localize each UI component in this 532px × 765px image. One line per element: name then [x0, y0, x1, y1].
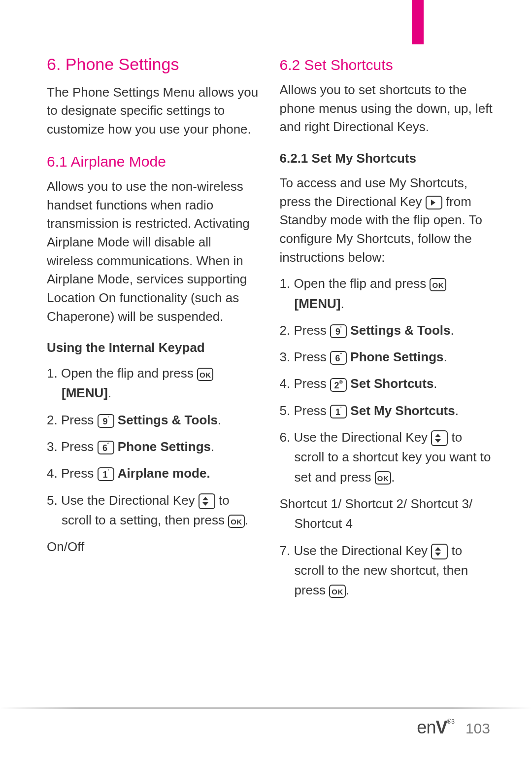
shortcut-step-5: 5. Press 1' Set My Shortcuts. [280, 401, 493, 420]
shortcut-step-2: 2. Press 9' Settings & Tools. [280, 320, 493, 340]
page-footer: enV®3 103 [417, 717, 490, 738]
on-off-options: On/Off [47, 537, 260, 556]
step-text: 4. Press [47, 466, 98, 481]
step-text: 5. Press [280, 403, 331, 418]
svg-marker-6 [435, 553, 441, 556]
phone-settings-label: Phone Settings [118, 439, 211, 454]
menu-label: [MENU] [62, 385, 108, 400]
step-text: . [340, 296, 344, 311]
step-text: . [391, 470, 395, 485]
step-text: . [108, 385, 111, 400]
key-9-icon: 9' [330, 324, 347, 338]
step-text: 3. Press [47, 439, 98, 454]
page-number: 103 [466, 720, 490, 737]
heading-set-shortcuts: 6.2 Set Shortcuts [280, 56, 493, 74]
footer-divider [0, 707, 532, 709]
heading-using-internal-keypad: Using the Internal Keypad [47, 340, 260, 356]
airplane-mode-desc: Allows you to use the non-wireless hands… [47, 177, 260, 326]
step-text: . [455, 403, 459, 418]
step-text: 6. Use the Directional Key [280, 430, 432, 445]
key-6-icon: 6ˆ [98, 441, 114, 454]
heading-phone-settings: 6. Phone Settings [47, 54, 260, 74]
ok-key-icon: OK [329, 585, 346, 598]
set-my-shortcuts-label: Set My Shortcuts [350, 403, 455, 418]
svg-marker-5 [435, 547, 441, 551]
up-down-key-icon [199, 493, 215, 509]
step-text: 5. Use the Directional Key [47, 493, 199, 508]
ok-key-icon: OK [228, 515, 245, 528]
left-column: 6. Phone Settings The Phone Settings Men… [47, 54, 260, 607]
right-column: 6.2 Set Shortcuts Allows you to set shor… [280, 54, 493, 607]
step-text: 1. Open the flip and press [47, 366, 197, 381]
svg-marker-2 [431, 200, 435, 206]
step-text: . [211, 439, 214, 454]
heading-airplane-mode: 6.1 Airplane Mode [47, 153, 260, 171]
up-down-key-icon [431, 544, 448, 559]
step-text: 3. Press [280, 349, 331, 364]
set-shortcuts-label: Set Shortcuts [350, 376, 433, 391]
step-text: 4. Press [280, 376, 331, 391]
ok-key-icon: OK [430, 278, 446, 291]
key-2-icon: 2® [330, 378, 347, 392]
step-text: 7. Use the Directional Key [280, 543, 432, 558]
svg-marker-0 [202, 497, 208, 500]
step-text: . [451, 323, 454, 338]
step-text: . [433, 376, 437, 391]
phone-settings-label: Phone Settings [350, 349, 443, 364]
set-my-shortcuts-desc: To access and use My Shortcuts, press th… [280, 174, 493, 267]
airplane-mode-label: Airplane mode. [118, 466, 210, 481]
key-1-icon: 1' [98, 467, 114, 481]
shortcut-step-1: 1. Open the flip and press OK [MENU]. [280, 274, 493, 313]
logo-text: en [417, 717, 435, 737]
svg-marker-1 [202, 502, 208, 506]
airplane-step-2: 2. Press 9' Settings & Tools. [47, 410, 260, 430]
step-text: . [218, 413, 221, 427]
settings-tools-label: Settings & Tools [118, 413, 218, 427]
airplane-step-1: 1. Open the flip and press OK [MENU]. [47, 363, 260, 403]
ok-key-icon: OK [197, 368, 214, 381]
env3-logo: enV®3 [417, 717, 455, 738]
content-columns: 6. Phone Settings The Phone Settings Men… [0, 0, 532, 607]
svg-marker-3 [435, 434, 441, 437]
step-text: . [245, 513, 248, 527]
step-text: 2. Press [280, 323, 331, 338]
shortcut-step-4: 4. Press 2® Set Shortcuts. [280, 374, 493, 393]
right-key-icon [426, 196, 442, 209]
step-text: . [346, 583, 349, 597]
menu-label: [MENU] [295, 296, 341, 311]
airplane-step-5: 5. Use the Directional Key to scroll to … [47, 490, 260, 530]
shortcut-slot-list: Shortcut 1/ Shortcut 2/ Shortcut 3/ Shor… [280, 494, 493, 534]
key-9-icon: 9' [98, 414, 114, 428]
page-edge-tab [412, 0, 424, 44]
phone-settings-intro: The Phone Settings Menu allows you to de… [47, 83, 260, 139]
settings-tools-label: Settings & Tools [350, 323, 450, 338]
shortcut-step-3: 3. Press 6ˆ Phone Settings. [280, 347, 493, 367]
heading-set-my-shortcuts: 6.2.1 Set My Shortcuts [280, 150, 493, 167]
airplane-step-4: 4. Press 1' Airplane mode. [47, 463, 260, 483]
key-1-icon: 1' [330, 405, 347, 418]
key-6-icon: 6ˆ [330, 351, 347, 365]
up-down-key-icon [431, 430, 448, 446]
shortcut-step-6: 6. Use the Directional Key to scroll to … [280, 427, 493, 487]
step-text: 1. Open the flip and press [280, 276, 430, 291]
svg-marker-4 [435, 439, 441, 443]
step-text: 2. Press [47, 413, 98, 427]
set-shortcuts-desc: Allows you to set shortcuts to the phone… [280, 81, 493, 137]
logo-text: V [435, 717, 447, 737]
ok-key-icon: OK [375, 471, 392, 485]
logo-sup: ®3 [447, 718, 455, 725]
step-text: . [444, 349, 447, 364]
shortcut-step-7: 7. Use the Directional Key to scroll to … [280, 541, 493, 600]
airplane-step-3: 3. Press 6ˆ Phone Settings. [47, 437, 260, 456]
